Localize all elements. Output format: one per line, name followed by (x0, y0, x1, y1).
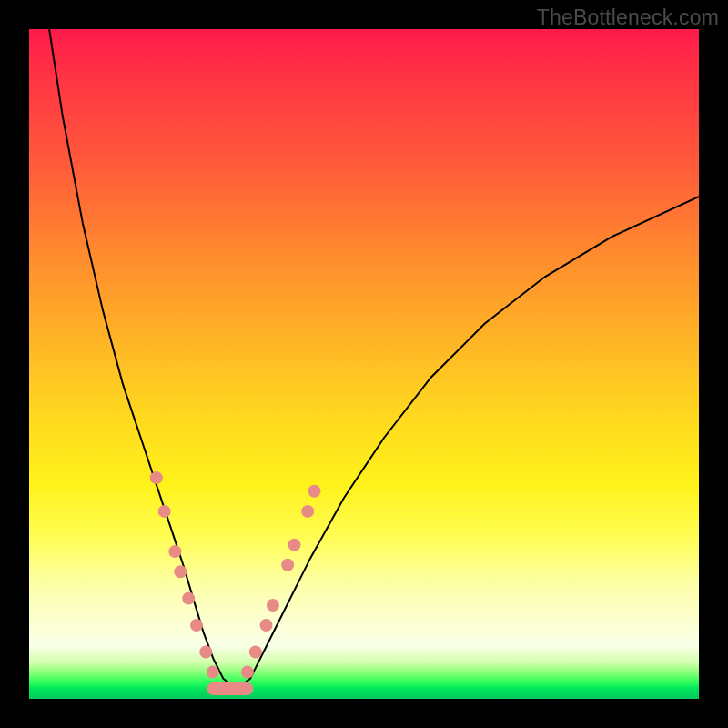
watermark-text: TheBottleneck.com (537, 5, 719, 30)
highlight-dots-left (150, 471, 219, 679)
highlight-dot (241, 666, 254, 679)
highlight-dot (182, 592, 195, 605)
highlight-dot (288, 539, 301, 551)
highlight-dot (260, 619, 273, 632)
chart-svg (29, 29, 699, 699)
highlight-dot (281, 559, 294, 571)
highlight-dot (249, 646, 262, 659)
highlight-dot (267, 599, 279, 612)
highlight-dot (308, 485, 321, 498)
highlight-dot (301, 505, 314, 518)
highlight-dot (158, 505, 171, 518)
highlight-dot (190, 619, 203, 632)
highlight-dot (199, 646, 212, 659)
highlight-dot (174, 565, 187, 578)
chart-frame: TheBottleneck.com (0, 0, 728, 728)
highlight-dot (168, 545, 181, 558)
bottleneck-curve (49, 29, 699, 689)
highlight-dot (207, 666, 219, 679)
highlight-dots-right (241, 485, 321, 679)
highlight-dot (150, 471, 163, 484)
chart-plot-area (29, 29, 699, 699)
